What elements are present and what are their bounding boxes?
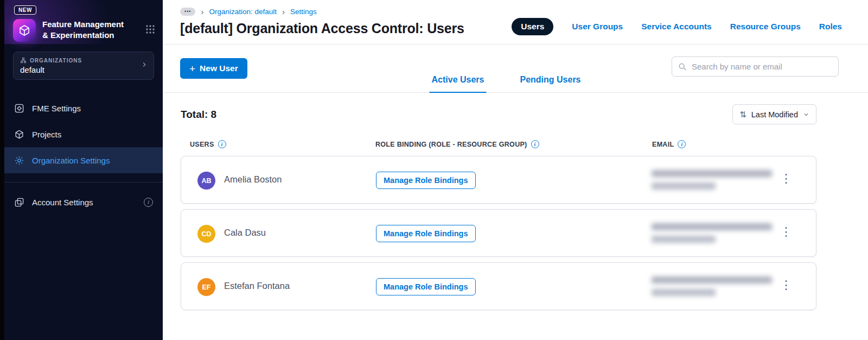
chevron-down-icon <box>803 111 809 118</box>
app-logo <box>13 19 36 42</box>
sort-dropdown[interactable]: ⇅ Last Modified <box>732 104 816 124</box>
organization-selector[interactable]: ORGANIZATIONS default <box>13 52 154 80</box>
user-name: Amelia Boston <box>224 174 282 185</box>
user-name: Estefan Fontana <box>224 281 290 291</box>
left-edge-strip <box>0 0 4 340</box>
sort-arrows-icon: ⇅ <box>739 110 746 119</box>
table-row: CD Cala Dasu Manage Role Bindings ⋮ <box>181 209 816 257</box>
sidebar-nav: FME Settings Projects Organization Se <box>4 95 163 173</box>
tab-service-accounts[interactable]: Service Accounts <box>641 22 712 32</box>
page-title: [default] Organization Access Control: U… <box>180 21 464 36</box>
gear-icon <box>14 155 24 166</box>
row-menu-kebab-icon[interactable]: ⋮ <box>777 278 795 292</box>
user-name: Cala Dasu <box>224 228 266 238</box>
tab-resource-groups[interactable]: Resource Groups <box>730 22 801 32</box>
sidebar-item-label: Organization Settings <box>32 156 110 165</box>
manage-role-bindings-button[interactable]: Manage Role Bindings <box>376 225 476 242</box>
column-header-users: USERS <box>190 141 214 148</box>
layers-icon <box>14 197 24 207</box>
new-user-button-label: New User <box>200 64 238 73</box>
table-row: EF Estefan Fontana Manage Role Bindings … <box>181 262 816 310</box>
tab-pending-users[interactable]: Pending Users <box>518 75 583 93</box>
sidebar-item-label: FME Settings <box>32 104 81 113</box>
breadcrumb: ••• › Organization: default › Settings <box>180 8 464 16</box>
email-redacted <box>652 276 772 296</box>
cube-logo-icon <box>18 24 31 37</box>
table-row: AB Amelia Boston Manage Role Bindings ⋮ <box>181 156 816 204</box>
total-count: Total: 8 <box>181 109 216 121</box>
page-header: ••• › Organization: default › Settings [… <box>163 0 868 45</box>
tab-users[interactable]: Users <box>512 18 553 35</box>
breadcrumb-link-organization[interactable]: Organization: default <box>209 8 277 16</box>
email-redacted <box>652 223 772 243</box>
organizations-label: ORGANIZATIONS <box>30 58 82 64</box>
sidebar-item-account-settings[interactable]: Account Settings i <box>4 190 163 214</box>
sidebar-item-organization-settings[interactable]: Organization Settings <box>4 147 163 173</box>
table-header: USERS i ROLE BINDING (ROLE - RESOURCE GR… <box>163 124 868 156</box>
sidebar-header: NEW Feature Management & Experimentation <box>4 0 163 44</box>
chevron-right-icon <box>141 61 148 71</box>
plus-icon: + <box>189 64 195 74</box>
search-input[interactable] <box>692 62 832 71</box>
avatar: CD <box>197 225 215 243</box>
app-window: NEW Feature Management & Experimentation <box>0 0 868 340</box>
chevron-separator: › <box>201 8 203 16</box>
organization-value: default <box>20 65 135 74</box>
chevron-separator: › <box>282 8 285 16</box>
row-menu-kebab-icon[interactable]: ⋮ <box>777 225 795 239</box>
access-control-tabs: Users User Groups Service Accounts Resou… <box>512 17 842 36</box>
sidebar-item-projects[interactable]: Projects <box>4 121 163 147</box>
toolbar: + New User Active Users Pending Users <box>163 45 868 93</box>
manage-role-bindings-button[interactable]: Manage Role Bindings <box>376 172 476 189</box>
sidebar-item-fme-settings[interactable]: FME Settings <box>4 95 163 121</box>
avatar: EF <box>197 278 215 296</box>
info-icon[interactable]: i <box>144 198 153 207</box>
tab-user-groups[interactable]: User Groups <box>572 22 623 32</box>
new-badge: NEW <box>14 5 36 15</box>
row-menu-kebab-icon[interactable]: ⋮ <box>777 172 795 186</box>
new-user-button[interactable]: + New User <box>180 58 247 79</box>
breadcrumb-menu-button[interactable]: ••• <box>180 8 195 16</box>
sidebar-divider <box>4 182 163 182</box>
user-view-tabs: Active Users Pending Users <box>430 75 583 93</box>
sidebar-item-label: Projects <box>32 130 61 139</box>
app-switcher-grid-icon[interactable] <box>145 24 155 36</box>
main-panel: ••• › Organization: default › Settings [… <box>163 0 868 340</box>
column-header-email: EMAIL <box>652 141 674 148</box>
sidebar-item-label: Account Settings <box>32 198 93 207</box>
info-icon[interactable]: i <box>678 140 686 148</box>
tab-roles[interactable]: Roles <box>819 22 842 32</box>
sort-label: Last Modified <box>751 110 798 119</box>
content-area: Total: 8 ⇅ Last Modified USERS i ROLE BI… <box>163 93 868 340</box>
info-icon[interactable]: i <box>218 140 226 148</box>
column-header-role-binding: ROLE BINDING (ROLE - RESOURCE GROUP) <box>375 141 527 148</box>
user-table: AB Amelia Boston Manage Role Bindings ⋮ … <box>163 156 868 310</box>
email-redacted <box>652 170 772 190</box>
search-box[interactable] <box>672 56 839 77</box>
sidebar: NEW Feature Management & Experimentation <box>4 0 163 340</box>
avatar: AB <box>197 172 215 190</box>
org-chart-icon <box>20 57 27 64</box>
fme-settings-icon <box>14 103 24 114</box>
info-icon[interactable]: i <box>531 140 539 148</box>
breadcrumb-link-settings[interactable]: Settings <box>290 8 317 16</box>
search-icon <box>678 62 687 71</box>
app-title: Feature Management & Experimentation <box>42 19 125 41</box>
manage-role-bindings-button[interactable]: Manage Role Bindings <box>376 278 476 295</box>
projects-icon <box>14 129 24 140</box>
tab-active-users[interactable]: Active Users <box>430 75 487 93</box>
